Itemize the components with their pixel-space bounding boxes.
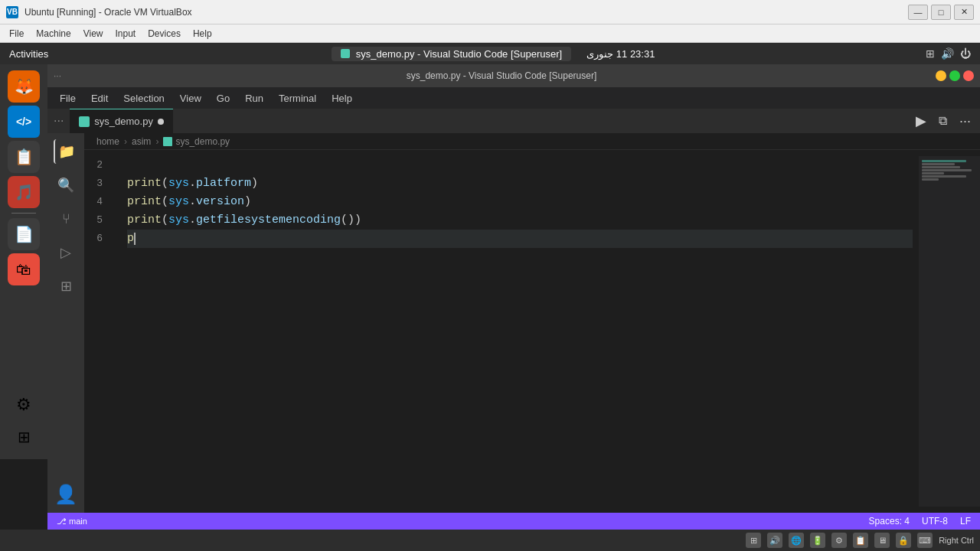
vbox-menu-help[interactable]: Help <box>187 27 218 41</box>
dock-separator <box>11 213 36 214</box>
vbox-titlebar: VB Ubuntu [Running] - Oracle VM VirtualB… <box>0 0 980 24</box>
activity-account[interactable]: 👤 <box>54 482 78 507</box>
ubuntu-topbar-center: sys_demo.py - Visual Studio Code [Superu… <box>60 47 926 61</box>
line-num-5: 5 <box>84 211 109 230</box>
code-paren-3: ( <box>162 193 168 211</box>
store-icon: 🛍 <box>16 261 31 279</box>
code-func-2: print <box>127 193 162 211</box>
vbox-close-button[interactable]: ✕ <box>954 5 974 20</box>
statusbar-left: ⎇ main <box>57 517 87 527</box>
minimap-line-1 <box>922 160 966 162</box>
tab-filename: sys_demo.py <box>94 116 153 127</box>
vbox-maximize-button[interactable]: □ <box>931 5 951 20</box>
activity-run[interactable]: ▷ <box>54 240 78 265</box>
activity-bottom: 👤 <box>54 482 78 507</box>
taskbar-right: ⊞ 🔊 🌐 🔋 ⚙ 📋 🖥 🔒 ⌨ Right Ctrl <box>746 533 974 548</box>
run-button[interactable]: ▶ <box>913 112 929 129</box>
firefox-icon: 🦊 <box>15 77 34 96</box>
code-line-6: p <box>127 230 913 248</box>
volume-icon[interactable]: 🔊 <box>941 47 954 60</box>
vbox-menu-devices[interactable]: Devices <box>142 27 187 41</box>
dock-grid[interactable]: ⊞ <box>8 421 40 453</box>
dock-vscode[interactable]: </> <box>8 106 40 138</box>
activity-search[interactable]: 🔍 <box>54 173 78 197</box>
vscode-menu-run[interactable]: Run <box>239 91 270 106</box>
statusbar-encoding[interactable]: UTF-8 <box>922 516 948 527</box>
minimap-line-6 <box>922 175 966 178</box>
vscode-win-controls <box>936 70 974 81</box>
taskbar-right-ctrl-label: Right Ctrl <box>939 536 974 545</box>
statusbar-branch[interactable]: ⎇ main <box>57 517 87 527</box>
activity-extensions[interactable]: ⊞ <box>54 274 78 298</box>
code-prop-3: getfilesystemencoding <box>196 211 341 230</box>
vscode-maximize-button[interactable] <box>949 70 960 81</box>
dock-settings[interactable]: ⚙ <box>8 389 40 421</box>
ubuntu-topbar: Activities sys_demo.py - Visual Studio C… <box>0 43 980 64</box>
vbox-menu-file[interactable]: File <box>3 27 30 41</box>
code-paren-5: ( <box>162 211 168 230</box>
vscode-menu-help[interactable]: Help <box>325 91 358 106</box>
vscode-code-area[interactable]: 2 3 4 5 6 print(sys.platform) <box>84 150 980 513</box>
dock-docs[interactable]: 📄 <box>8 218 40 250</box>
more-actions-button[interactable]: ··· <box>956 113 974 129</box>
vscode-minimize-button[interactable] <box>936 70 946 81</box>
statusbar-eol[interactable]: LF <box>960 516 971 527</box>
vbox-icon: VB <box>6 6 18 18</box>
vbox-minimize-button[interactable]: — <box>908 5 928 20</box>
dock-firefox[interactable]: 🦊 <box>8 70 40 103</box>
settings-icon: ⚙ <box>16 395 31 415</box>
vscode-tab-actions: ▶ ⧉ ··· <box>913 109 980 133</box>
vscode-menu-go[interactable]: Go <box>211 91 236 106</box>
network-icon[interactable]: ⊞ <box>926 47 935 60</box>
virtualbox-window: VB Ubuntu [Running] - Oracle VM VirtualB… <box>0 0 980 551</box>
code-obj-1: sys <box>168 174 189 193</box>
vscode-menu-edit[interactable]: Edit <box>85 91 114 106</box>
vm-content: Activities sys_demo.py - Visual Studio C… <box>0 43 980 551</box>
activity-source-control[interactable]: ⑂ <box>54 207 78 231</box>
vscode-close-button[interactable] <box>963 70 974 81</box>
taskbar-icon-4: 🔋 <box>810 533 825 548</box>
vscode-tab-sys-demo[interactable]: sys_demo.py <box>70 109 173 133</box>
minimap-line-7 <box>922 178 939 181</box>
taskbar-icon-8: 🔒 <box>896 533 911 548</box>
vscode-minimap <box>919 156 980 507</box>
docs-icon: 📄 <box>15 225 34 243</box>
minimap-line-3 <box>922 166 960 168</box>
dock-notes[interactable]: 📋 <box>8 141 40 173</box>
code-obj-3: sys <box>168 211 189 230</box>
taskbar-icon-3: 🌐 <box>789 533 804 548</box>
vscode-editor[interactable]: home › asim › sys_demo.py 2 3 4 5 <box>84 133 980 513</box>
ubuntu-activities-button[interactable]: Activities <box>9 48 48 60</box>
vbox-menu-view[interactable]: View <box>77 27 109 41</box>
tab-dots-menu[interactable]: ··· <box>47 109 70 133</box>
power-icon[interactable]: ⏻ <box>960 47 971 60</box>
code-obj-2: sys <box>168 193 189 211</box>
vscode-menu-file[interactable]: File <box>54 91 82 106</box>
vbox-menu-input[interactable]: Input <box>109 27 142 41</box>
dock-store[interactable]: 🛍 <box>8 253 40 285</box>
grid-icon: ⊞ <box>18 428 31 446</box>
vbox-menu-machine[interactable]: Machine <box>30 27 77 41</box>
vscode-tab-row: ··· sys_demo.py ▶ ⧉ ··· <box>47 109 980 133</box>
vscode-menu-selection[interactable]: Selection <box>117 91 170 106</box>
code-line-2 <box>127 156 913 174</box>
taskbar-icon-6: 📋 <box>853 533 868 548</box>
statusbar-spaces[interactable]: Spaces: 4 <box>869 516 910 527</box>
vscode-main: 📁 🔍 ⑂ ▷ ⊞ 👤 home › asim <box>47 133 980 513</box>
ubuntu-taskbar: ⊞ 🔊 🌐 🔋 ⚙ 📋 🖥 🔒 ⌨ Right Ctrl <box>0 530 980 551</box>
dots-menu-left[interactable]: ··· <box>54 70 61 81</box>
line-num-6: 6 <box>84 230 109 248</box>
dock-rhythmbox[interactable]: 🎵 <box>8 176 40 208</box>
code-close-5: ) <box>354 211 361 230</box>
vscode-menu-terminal[interactable]: Terminal <box>273 91 322 106</box>
vbox-window-controls: — □ ✕ <box>908 5 974 20</box>
vscode-taskbar-button[interactable]: sys_demo.py - Visual Studio Code [Superu… <box>332 47 571 61</box>
line-numbers: 2 3 4 5 6 <box>84 156 121 507</box>
taskbar-icon-2: 🔊 <box>767 533 782 548</box>
activity-explorer[interactable]: 📁 <box>54 139 78 164</box>
taskbar-icon-5: ⚙ <box>831 533 847 548</box>
vscode-statusbar: ⎇ main Spaces: 4 UTF-8 LF <box>47 513 980 530</box>
dock-bottom: ⚙ ⊞ <box>8 389 40 453</box>
vscode-menu-view[interactable]: View <box>174 91 207 106</box>
split-editor-button[interactable]: ⧉ <box>936 114 950 128</box>
